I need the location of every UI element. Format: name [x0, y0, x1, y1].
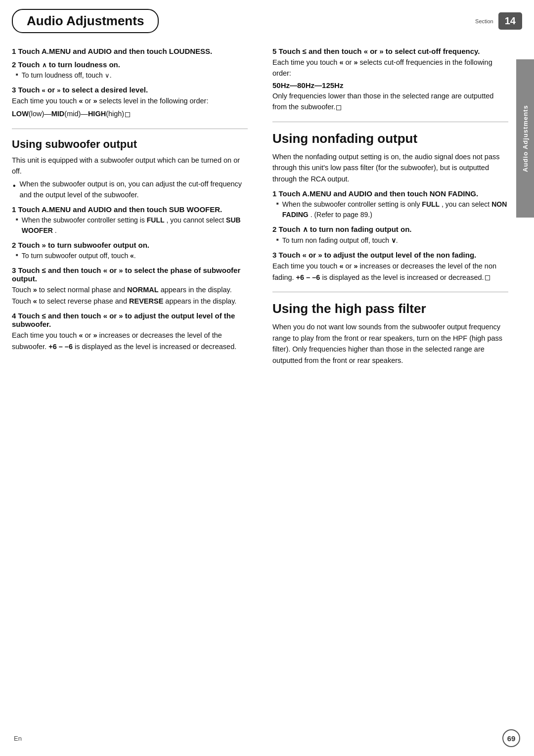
loudness-order: LOW(low)—MID(mid)—HIGH(high) — [12, 108, 248, 119]
subwoofer-intro: This unit is equipped with a subwoofer o… — [12, 155, 248, 177]
right-column: 5 Touch ≤ and then touch « or » to selec… — [267, 42, 508, 368]
main-content: 1 Touch A.MENU and AUDIO and then touch … — [0, 33, 534, 377]
sub-step2-heading: 2 Touch » to turn subwoofer output on. — [12, 241, 248, 249]
page-title: Audio Adjustments — [27, 13, 144, 28]
highpass-intro: When you do not want low sounds from the… — [272, 321, 508, 366]
sub-step1-heading: 1 Touch A.MENU and AUDIO and then touch … — [12, 205, 248, 214]
page-header: Audio Adjustments Section 14 — [0, 0, 534, 33]
divider-1 — [12, 129, 248, 129]
cutoff-step5-heading: 5 Touch ≤ and then touch « or » to selec… — [272, 47, 508, 55]
cutoff-freq-label: 50Hz—80Hz—125Hz — [272, 81, 508, 89]
nonfading-intro: When the nonfading output setting is on,… — [272, 151, 508, 184]
nonfading-step1-heading: 1 Touch A.MENU and AUDIO and then touch … — [272, 189, 508, 198]
loudness-step1-heading: 1 Touch A.MENU and AUDIO and then touch … — [12, 47, 248, 55]
footer-page-number: 69 — [502, 729, 520, 747]
sidebar-audio-adjustments: Audio Adjustments — [516, 59, 534, 218]
subwoofer-bullet: • When the subwoofer output is on, you c… — [13, 179, 248, 201]
nonfading-step3-body: Each time you touch « or » increases or … — [272, 261, 508, 283]
nonfading-title: Using nonfading output — [272, 131, 508, 146]
page-title-box: Audio Adjustments — [12, 9, 159, 33]
cutoff-freq-body: Only frequencies lower than those in the… — [272, 90, 508, 113]
nonfading-step2-bullet: ■ To turn non fading output off, touch ∨… — [276, 235, 508, 246]
section-number: 14 — [498, 12, 522, 30]
nonfading-step3-heading: 3 Touch « or » to adjust the output leve… — [272, 251, 508, 259]
highpass-title: Using the high pass filter — [272, 301, 508, 316]
cutoff-body: Each time you touch « or » selects cut-o… — [272, 57, 508, 79]
footer-lang: En — [14, 735, 22, 742]
subwoofer-section-title: Using subwoofer output — [12, 138, 248, 151]
divider-3 — [272, 292, 508, 292]
sub-step3-heading: 3 Touch ≤ and then touch « or » to selec… — [12, 266, 248, 283]
sub-step1-bullet: ■ When the subwoofer controller setting … — [16, 215, 248, 236]
sub-step4-body: Each time you touch « or » increases or … — [12, 330, 248, 352]
loudness-step2-heading: 2 Touch ∧ to turn loudness on. — [12, 60, 248, 69]
sub-step4-heading: 4 Touch ≤ and then touch « or » to adjus… — [12, 311, 248, 328]
divider-2 — [272, 122, 508, 122]
sub-step2-bullet: ■ To turn subwoofer output off, touch «. — [16, 251, 248, 261]
left-column: 1 Touch A.MENU and AUDIO and then touch … — [12, 42, 253, 368]
loudness-step3-heading: 3 Touch « or » to select a desired level… — [12, 86, 248, 94]
header-right: Section 14 — [475, 12, 522, 30]
loudness-step2-bullet: ■ To turn loudness off, touch ∨. — [16, 70, 248, 81]
loudness-step3-body: Each time you touch « or » selects level… — [12, 95, 248, 106]
section-label: Section — [475, 18, 493, 24]
nonfading-step1-bullet: ■ When the subwoofer controller setting … — [276, 199, 508, 220]
page-footer: En 69 — [0, 729, 534, 747]
sub-step3-body: Touch » to select normal phase and NORMA… — [12, 284, 248, 307]
nonfading-step2-heading: 2 Touch ∧ to turn non fading output on. — [272, 225, 508, 234]
